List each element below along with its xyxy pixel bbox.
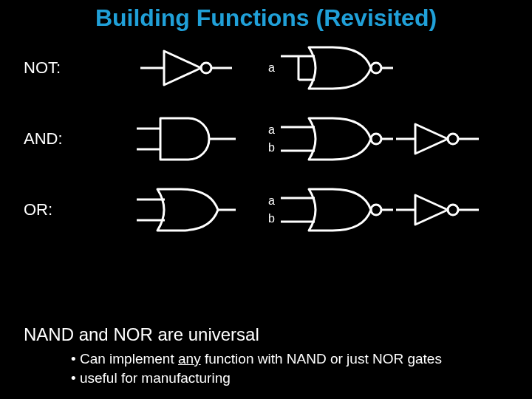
- footer-heading: NAND and NOR are universal: [24, 324, 511, 345]
- nor-gate-icon: [276, 182, 395, 238]
- row-and-pin-b: b: [260, 139, 275, 157]
- row-and-pin-a: a: [260, 121, 275, 139]
- footer-bullet-1: Can implement any function with NAND or …: [71, 349, 511, 369]
- footer-bullet-1-emph: any: [178, 351, 201, 366]
- nor-gate-icon: [276, 40, 395, 96]
- and-gate-icon: [131, 111, 242, 167]
- row-or-pin-a: a: [260, 192, 275, 210]
- row-or-standard-gate: [112, 182, 260, 238]
- svg-point-19: [448, 134, 458, 144]
- row-or-pin-b: b: [260, 210, 275, 228]
- row-not-standard-gate: [112, 42, 260, 94]
- footer-bullets: Can implement any function with NAND or …: [41, 349, 511, 388]
- row-or-nor-construction: a b: [260, 182, 526, 238]
- row-or: OR: a b: [0, 177, 532, 243]
- footer: NAND and NOR are universal Can implement…: [24, 243, 511, 388]
- row-not-label: NOT:: [0, 58, 112, 78]
- not-gate-icon: [134, 42, 238, 94]
- row-and-standard-gate: [112, 111, 260, 167]
- footer-bullet-2: useful for manufacturing: [71, 369, 511, 388]
- not-gate-icon: [395, 188, 483, 232]
- row-and-label: AND:: [0, 129, 112, 149]
- row-not-nor-construction: a: [260, 40, 526, 96]
- row-not-pin-a: a: [260, 59, 275, 77]
- nor-gate-icon: [276, 111, 395, 167]
- row-or-label: OR:: [0, 200, 112, 219]
- not-gate-icon: [395, 117, 483, 161]
- or-gate-icon: [131, 182, 242, 238]
- svg-marker-18: [415, 124, 448, 154]
- row-not: NOT: a: [0, 35, 532, 101]
- svg-point-26: [371, 205, 381, 215]
- svg-point-30: [448, 205, 458, 215]
- svg-point-8: [371, 63, 381, 73]
- svg-point-15: [371, 134, 381, 144]
- row-and: AND: a b: [0, 106, 532, 172]
- gate-rows: NOT: a: [0, 35, 532, 243]
- slide-title: Building Functions (Revisited): [0, 0, 532, 32]
- svg-marker-1: [164, 51, 201, 85]
- svg-point-2: [201, 63, 211, 73]
- row-and-nor-construction: a b: [260, 111, 526, 167]
- svg-marker-29: [415, 195, 448, 225]
